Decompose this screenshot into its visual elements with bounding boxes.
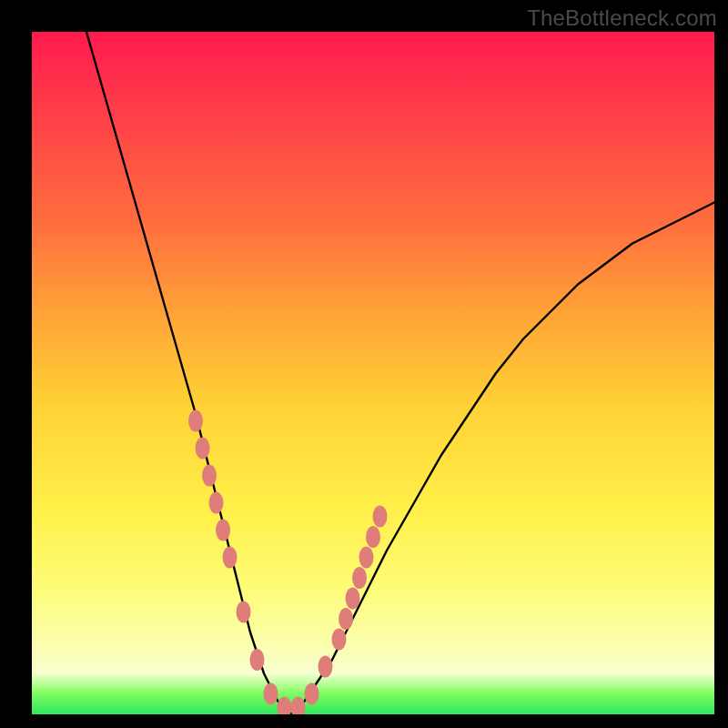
curve-marker xyxy=(339,608,353,630)
curve-marker xyxy=(305,683,319,705)
curve-marker xyxy=(216,520,230,541)
curve-marker xyxy=(264,683,278,705)
curve-marker xyxy=(291,697,306,715)
curve-marker xyxy=(366,526,380,548)
curve-marker xyxy=(346,588,360,610)
curve-marker xyxy=(223,547,238,569)
curve-marker xyxy=(332,629,347,651)
chart-frame: TheBottleneck.com xyxy=(0,0,728,728)
bottleneck-curve-svg xyxy=(32,32,714,714)
plot-area xyxy=(32,32,714,714)
curve-marker xyxy=(352,567,367,589)
curve-marker xyxy=(278,697,292,715)
curve-marker xyxy=(209,492,224,514)
curve-marker xyxy=(237,602,251,623)
curve-marker xyxy=(359,547,374,569)
curve-marker xyxy=(318,656,333,678)
curve-marker xyxy=(250,649,265,671)
curve-marker xyxy=(188,410,203,432)
marker-group xyxy=(188,410,388,715)
curve-marker xyxy=(196,438,210,460)
curve-marker xyxy=(202,465,217,487)
bottleneck-curve-path xyxy=(86,32,714,714)
curve-marker xyxy=(373,506,388,528)
watermark-text: TheBottleneck.com xyxy=(527,5,717,31)
